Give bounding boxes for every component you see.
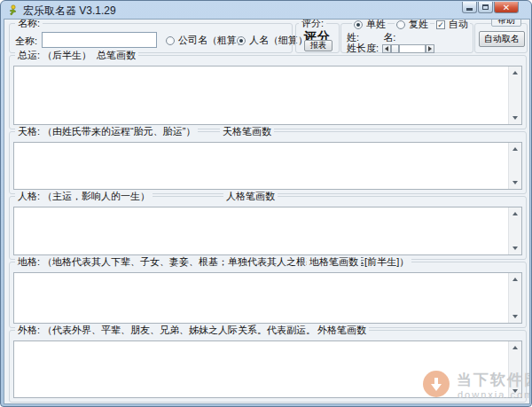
renge-textarea[interactable]	[13, 207, 522, 255]
titlebar: 宏乐取名器 V3.1.29 ✕	[1, 1, 531, 19]
fullname-label: 全称:	[15, 35, 37, 48]
section-waige: 外格: （代表外界、平辈、朋友、兄弟、姊妹之人际关系。代表副运。） 外格笔画数	[9, 330, 527, 403]
surname-length-label: 姓长度:	[347, 42, 379, 55]
radio-single-surname[interactable]: 单姓	[352, 19, 387, 31]
slider-thumb[interactable]	[391, 44, 399, 53]
radio-single-label: 单姓	[366, 19, 386, 31]
radio-dot-icon	[237, 36, 246, 45]
check-icon: ✓	[436, 20, 445, 29]
radio-double-surname[interactable]: 复姓	[395, 19, 430, 31]
stroke-count-label: 地格笔画数	[307, 256, 361, 267]
app-icon	[6, 4, 19, 17]
checkbox-auto[interactable]: ✓ 自动	[434, 19, 470, 31]
radio-double-label: 复姓	[409, 19, 428, 31]
score-group-caption: 评分:	[299, 19, 326, 28]
surname-length-slider[interactable]	[382, 44, 434, 53]
maximize-icon	[482, 4, 489, 10]
scrollbar[interactable]	[508, 67, 521, 124]
client-area: 名称: 全称: 公司名（粗算） 人名（细算） 评分: 评分 报表 单姓	[4, 19, 530, 404]
close-button[interactable]: ✕	[494, 2, 519, 13]
section-caption: 总运: （后半生）	[15, 50, 94, 60]
radio-company-name[interactable]: 公司名（粗算）	[166, 34, 246, 47]
section-caption: 天格: （由姓氏带来的运程“胎元、胎运”）	[15, 126, 198, 137]
scroll-down-icon[interactable]	[509, 310, 521, 323]
help-button[interactable]: 帮助	[491, 19, 521, 27]
close-icon: ✕	[503, 3, 510, 12]
slider-right-arrow-icon[interactable]	[426, 44, 434, 53]
scroll-up-icon[interactable]	[509, 143, 521, 155]
auto-name-button[interactable]: 自动取名	[479, 31, 525, 47]
scroll-down-icon[interactable]	[509, 242, 521, 254]
stroke-count-label: 天格笔画数	[220, 126, 274, 137]
scroll-up-icon[interactable]	[509, 273, 521, 286]
section-caption: 外格: （代表外界、平辈、朋友、兄弟、姊妹之人际关系。代表副运。）	[15, 325, 328, 335]
slider-left-arrow-icon[interactable]	[382, 44, 391, 53]
scroll-up-icon[interactable]	[509, 67, 521, 79]
tiange-textarea[interactable]	[13, 142, 522, 190]
minimize-button[interactable]	[462, 2, 477, 13]
section-dige: 地格: （地格代表其人下辈、子女、妻妾、根基；单独代表其人之根基；代表前运[前半…	[9, 262, 527, 328]
report-button[interactable]: 报表	[304, 40, 332, 51]
surname-groupbox: 单姓 复姓 ✓ 自动 姓: 名: 姓长度:	[340, 23, 473, 53]
scrollbar[interactable]	[508, 143, 521, 189]
maximize-button[interactable]	[478, 2, 493, 13]
fullname-input[interactable]	[42, 32, 157, 48]
stroke-count-label: 人格笔画数	[223, 191, 278, 201]
app-window: 宏乐取名器 V3.1.29 ✕ 名称: 全称: 公司名（粗算） 人名（细算） 评…	[0, 0, 532, 407]
window-title: 宏乐取名器 V3.1.29	[23, 4, 116, 19]
section-renge: 人格: （主运，影响人的一生） 人格笔画数	[9, 196, 527, 260]
section-zongyun: 总运: （后半生） 总笔画数	[9, 55, 527, 129]
stroke-count-label: 外格笔画数	[315, 325, 369, 335]
name-groupbox: 名称: 全称: 公司名（粗算） 人名（细算）	[9, 23, 293, 53]
dige-textarea[interactable]	[13, 272, 522, 324]
section-caption: 人格: （主运，影响人的一生）	[15, 191, 153, 201]
radio-dot-icon	[166, 36, 175, 45]
radio-dot-icon	[396, 20, 405, 29]
waige-textarea[interactable]	[13, 340, 522, 398]
name-group-caption: 名称:	[15, 19, 43, 28]
scrollbar[interactable]	[508, 273, 521, 323]
score-groupbox: 评分: 评分 报表	[295, 23, 340, 53]
scroll-down-icon[interactable]	[509, 385, 521, 397]
scroll-up-icon[interactable]	[509, 207, 521, 220]
scroll-down-icon[interactable]	[509, 112, 521, 124]
radio-dot-icon	[354, 20, 363, 29]
section-tiange: 天格: （由姓氏带来的运程“胎元、胎运”） 天格笔画数	[9, 131, 527, 194]
scroll-down-icon[interactable]	[509, 176, 521, 189]
help-groupbox: 帮助 自动取名	[474, 23, 528, 53]
stroke-count-label: 总笔画数	[94, 50, 138, 60]
scrollbar[interactable]	[508, 341, 521, 397]
slider-track[interactable]	[399, 44, 426, 53]
scrollbar[interactable]	[508, 207, 521, 254]
scroll-up-icon[interactable]	[509, 341, 521, 354]
minimize-icon	[466, 8, 473, 11]
zongyun-textarea[interactable]	[13, 66, 522, 125]
checkbox-auto-label: 自动	[449, 19, 468, 31]
